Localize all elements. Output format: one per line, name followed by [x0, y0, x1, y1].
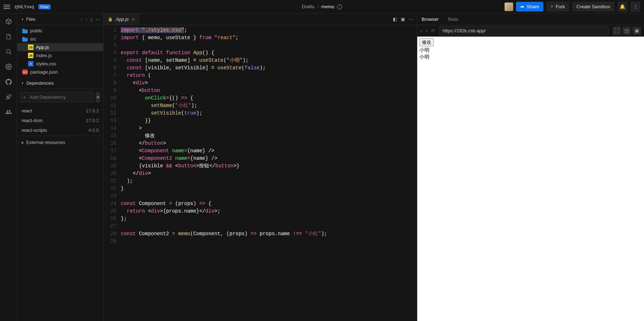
plan-badge: Free — [38, 4, 51, 9]
file-item[interactable]: public — [17, 27, 103, 35]
add-dependency-input[interactable] — [20, 92, 93, 102]
chevron-down-icon: ▼ — [21, 18, 24, 21]
close-icon[interactable]: × — [132, 17, 134, 22]
js-icon: JS — [28, 45, 33, 50]
preview-text: 小明 — [419, 47, 642, 54]
breadcrumb-separator: / — [317, 4, 318, 9]
editor-body[interactable]: 1234567891011121314151617181920212223242… — [104, 25, 417, 321]
new-folder-icon[interactable]: ▭ — [96, 17, 100, 22]
breadcrumb-item[interactable]: memo — [321, 4, 334, 9]
folder-icon — [22, 28, 28, 33]
breadcrumb[interactable]: Drafts / memo — [302, 4, 342, 9]
preview-text: 小明 — [419, 54, 642, 60]
dep-name: react-dom — [22, 118, 43, 123]
deploy-icon[interactable] — [5, 93, 12, 101]
dependency-item[interactable]: react-dom17.0.2 — [17, 116, 103, 125]
code-content[interactable]: import "./styles.css";import { memo, use… — [121, 27, 417, 321]
dep-name: react — [22, 108, 32, 113]
editor-area: 🔒 App.js × ◧ ▣ ⋯ 12345678910111213141516… — [104, 14, 417, 321]
file-icon[interactable] — [5, 33, 12, 40]
editor-tab[interactable]: 🔒 App.js × — [104, 14, 139, 25]
dependency-item[interactable]: react-scripts4.0.0 — [17, 125, 103, 135]
sidebar: ▼ Files ↓ ↑ ▯ ▭ publicsrcJSApp.jsJSindex… — [17, 14, 104, 321]
split-icon[interactable]: ◧ — [393, 17, 397, 22]
folder-icon — [22, 36, 28, 42]
browser-tabs: Browser Tests — [417, 14, 644, 25]
line-numbers: 1234567891011121314151617181920212223242… — [104, 27, 121, 321]
preview-content[interactable]: 修改 小明 小明 — [417, 37, 644, 321]
npm-icon: npm — [22, 69, 28, 75]
file-label: public — [30, 28, 42, 33]
share-button[interactable]: ➦ Share — [516, 2, 543, 11]
dependency-list: react17.0.2react-dom17.0.2react-scripts4… — [17, 105, 103, 136]
dep-version: 17.0.2 — [86, 118, 99, 123]
popout-icon[interactable]: ▣ — [632, 27, 641, 35]
fork-button[interactable]: ⑂ Fork — [546, 2, 569, 11]
file-label: styles.css — [36, 61, 56, 66]
dependencies-panel-header[interactable]: ▼ Dependencies — [17, 78, 103, 89]
dependencies-panel-title: Dependencies — [26, 81, 54, 86]
file-item[interactable]: JSindex.js — [17, 51, 103, 60]
dep-name: react-scripts — [22, 127, 47, 133]
file-item[interactable]: npmpackage.json — [17, 68, 103, 76]
svg-point-0 — [6, 50, 10, 54]
files-panel-title: Files — [26, 17, 35, 22]
reload-icon[interactable]: ⟳ — [431, 28, 435, 33]
create-label: Create Sandbox — [576, 4, 610, 9]
share-label: Share — [526, 4, 539, 9]
tab-browser[interactable]: Browser — [422, 17, 439, 22]
back-icon[interactable]: ‹ — [420, 28, 422, 34]
file-tree: publicsrcJSApp.jsJSindex.js#styles.cssnp… — [17, 25, 103, 78]
menu-icon[interactable] — [4, 5, 10, 9]
file-label: App.js — [36, 45, 49, 50]
files-panel-header[interactable]: ▼ Files ↓ ↑ ▯ ▭ — [17, 14, 103, 25]
preview-modify-button[interactable]: 修改 — [419, 38, 434, 46]
external-resources-header[interactable]: ▶ External resources — [17, 136, 103, 149]
cube-icon[interactable] — [5, 18, 12, 25]
layout-icon[interactable]: ▣ — [401, 17, 405, 22]
file-item[interactable]: JSApp.js — [17, 43, 103, 51]
chevron-right-icon: ▶ — [22, 141, 24, 144]
file-item[interactable]: src — [17, 35, 103, 43]
file-label: index.js — [36, 53, 52, 58]
download-icon[interactable]: ↓ — [80, 17, 82, 22]
activity-bar — [0, 14, 17, 321]
github-icon[interactable] — [5, 78, 12, 85]
breadcrumb-item[interactable]: Drafts — [302, 4, 314, 9]
svg-point-1 — [8, 66, 9, 68]
split-view-icon[interactable]: ◫ — [622, 27, 631, 35]
fork-icon: ⑂ — [551, 4, 553, 9]
search-icon[interactable] — [5, 48, 12, 55]
dep-version: 17.0.2 — [86, 108, 99, 113]
browser-toolbar: ‹ › ⟳ ⛶ ◫ ▣ — [417, 25, 644, 37]
notifications-icon[interactable]: 🔔 — [617, 2, 627, 12]
address-bar[interactable] — [439, 26, 609, 35]
upload-icon[interactable]: ↑ — [85, 17, 87, 22]
file-label: package.json — [30, 69, 58, 75]
tab-tests[interactable]: Tests — [447, 17, 458, 22]
create-sandbox-button[interactable]: Create Sandbox — [572, 2, 615, 11]
live-icon[interactable] — [5, 108, 12, 116]
js-icon: JS — [28, 53, 33, 58]
dependency-item[interactable]: react17.0.2 — [17, 106, 103, 116]
globe-icon[interactable] — [337, 4, 342, 9]
browser-area: Browser Tests ‹ › ⟳ ⛶ ◫ ▣ 修改 小明 小明 — [417, 14, 644, 321]
more-icon[interactable]: ⋮ — [630, 2, 640, 12]
share-icon: ➦ — [520, 4, 524, 9]
new-file-icon[interactable]: ▯ — [90, 17, 93, 22]
css-icon: # — [28, 61, 33, 66]
chevron-down-icon: ▼ — [21, 82, 24, 85]
file-item[interactable]: #styles.css — [17, 60, 103, 68]
forward-icon[interactable]: › — [426, 28, 427, 34]
avatar[interactable] — [505, 3, 513, 11]
file-label: src — [30, 36, 36, 42]
workspace-title: zjhlLYxxq — [14, 4, 34, 9]
settings-icon[interactable] — [5, 63, 12, 70]
editor-tab-filename: App.js — [116, 17, 129, 22]
dependency-menu-icon[interactable]: ≡ — [96, 92, 100, 102]
editor-tabs: 🔒 App.js × ◧ ▣ ⋯ — [104, 14, 417, 25]
topbar: zjhlLYxxq Free Drafts / memo ➦ Share ⑂ F… — [0, 0, 644, 14]
expand-icon[interactable]: ⛶ — [612, 27, 621, 35]
dep-version: 4.0.0 — [88, 127, 99, 133]
more-horizontal-icon[interactable]: ⋯ — [409, 17, 413, 22]
